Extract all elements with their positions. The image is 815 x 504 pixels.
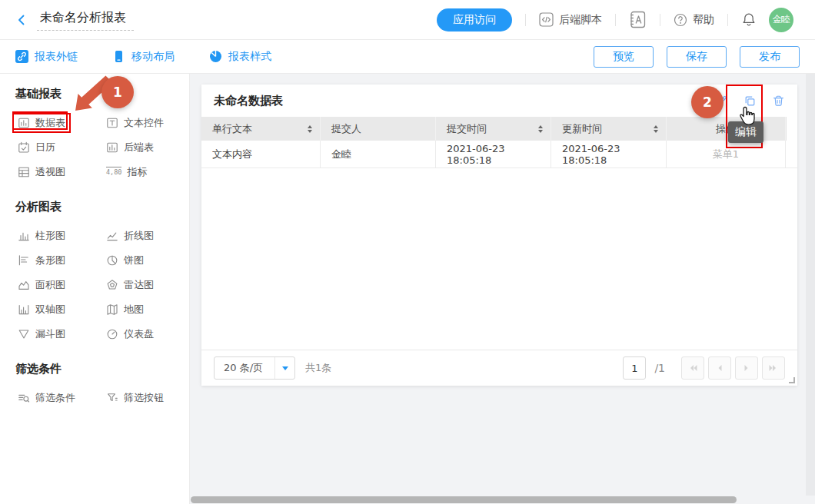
- first-page-button[interactable]: [681, 356, 704, 380]
- last-page-icon: [767, 362, 780, 374]
- toolbar-link-label: 报表样式: [228, 50, 271, 64]
- table-empty-area: [201, 168, 797, 350]
- area-chart-icon: [18, 279, 30, 291]
- last-page-button[interactable]: [762, 356, 785, 380]
- app-access-button[interactable]: 应用访问: [437, 8, 512, 32]
- sidebar-item-label: 地图: [124, 303, 144, 317]
- sidebar-item-label: 后端表: [124, 141, 154, 154]
- pagination-bar: 20 条/页 共1条 1 /1: [201, 350, 797, 386]
- table-row-gutter: [786, 141, 797, 167]
- toolbar-link-style[interactable]: 报表样式: [209, 50, 271, 64]
- sidebar-item-indicator[interactable]: 4,80指标: [104, 165, 149, 179]
- next-page-icon: [740, 362, 753, 374]
- page-total-label: /1: [654, 362, 665, 374]
- table-cell: 2021-06-23 18:05:18: [551, 141, 667, 167]
- sidebar-item-dual-axis[interactable]: 双轴图: [15, 303, 68, 317]
- copy-button[interactable]: [743, 94, 757, 107]
- report-toolbar: 报表外链移动布局报表样式 预览保存发布: [0, 40, 815, 74]
- header-actions: 应用访问 后端脚本 帮助 金睦: [437, 8, 793, 32]
- sort-icon[interactable]: [308, 125, 312, 133]
- sidebar-item-pivot[interactable]: 透视图: [15, 165, 68, 179]
- column-header[interactable]: 更新时间: [551, 117, 667, 141]
- column-header[interactable]: 操作: [667, 117, 786, 141]
- sidebar-item-calendar[interactable]: 日历: [15, 141, 58, 154]
- sidebar-item-gauge[interactable]: 仪表盘: [104, 327, 156, 341]
- sidebar-item-filter-condition[interactable]: 筛选条件: [15, 391, 78, 405]
- resize-handle[interactable]: [789, 377, 795, 383]
- sidebar-item-backend-table[interactable]: 后端表: [104, 141, 156, 154]
- vertical-scrollbar[interactable]: [806, 74, 815, 496]
- sidebar-item-map[interactable]: 地图: [104, 303, 146, 317]
- page-number-input[interactable]: 1: [623, 356, 646, 380]
- avatar[interactable]: 金睦: [769, 8, 793, 32]
- sidebar-item-pie-chart[interactable]: 饼图: [104, 254, 146, 267]
- toolbar-link-mobile[interactable]: 移动布局: [112, 50, 175, 64]
- column-header-label: 单行文本: [212, 122, 252, 136]
- backend-script-button[interactable]: 后端脚本: [539, 13, 602, 27]
- sidebar-item-funnel-chart[interactable]: 漏斗图: [15, 327, 68, 341]
- page-size-select[interactable]: 20 条/页: [214, 356, 295, 380]
- report-designer-page: 未命名分析报表 应用访问 后端脚本 帮助 金睦 报表外链: [0, 0, 815, 504]
- widget-header: 未命名数据表: [201, 85, 797, 117]
- delete-button[interactable]: [772, 94, 785, 107]
- table-header-gutter: [786, 117, 797, 141]
- horizontal-scrollbar[interactable]: [190, 496, 806, 504]
- chevron-down-icon: [274, 357, 294, 379]
- sidebar-item-area-chart[interactable]: 面积图: [15, 278, 68, 292]
- column-header[interactable]: 提交人: [321, 117, 436, 141]
- sidebar-section-title: 基础报表: [15, 87, 189, 101]
- sidebar-item-bar-chart[interactable]: 条形图: [15, 254, 68, 267]
- edit-button[interactable]: [715, 94, 728, 107]
- first-page-icon: [687, 362, 699, 374]
- indicator-icon: 4,80: [106, 166, 121, 178]
- sidebar-item-label: 透视图: [35, 165, 65, 179]
- sidebar-item-text-widget[interactable]: 文本控件: [104, 116, 166, 130]
- publish-button[interactable]: 发布: [740, 46, 800, 68]
- column-header[interactable]: 单行文本: [201, 117, 321, 141]
- pie-chart-icon: [106, 254, 118, 267]
- report-title[interactable]: 未命名分析报表: [37, 8, 134, 31]
- sidebar: 基础报表数据表文本控件日历后端表透视图4,80指标分析图表柱形图折线图条形图饼图…: [0, 74, 190, 504]
- style-icon: [209, 51, 222, 63]
- sidebar-item-label: 筛选按钮: [124, 391, 164, 405]
- back-button[interactable]: [12, 11, 31, 29]
- column-header-label: 操作: [716, 122, 736, 136]
- sidebar-item-filter-button[interactable]: 筛选按钮: [104, 391, 166, 405]
- bar-chart-icon: [18, 254, 30, 267]
- table-cell: 文本内容: [201, 141, 321, 167]
- data-table-widget[interactable]: 未命名数据表 单行文本提交人提交时间更新时间操作 文本内容金睦2021-06-2…: [201, 85, 797, 386]
- translate-button[interactable]: [629, 14, 647, 26]
- notifications-button[interactable]: [741, 14, 757, 26]
- sidebar-item-data-table[interactable]: 数据表: [15, 116, 68, 130]
- mobile-icon: [112, 51, 125, 63]
- save-button[interactable]: 保存: [667, 46, 727, 68]
- prev-page-button[interactable]: [708, 356, 731, 380]
- sidebar-section-items: 数据表文本控件日历后端表透视图4,80指标: [15, 116, 189, 179]
- top-header: 未命名分析报表 应用访问 后端脚本 帮助 金睦: [0, 0, 815, 40]
- column-header[interactable]: 提交时间: [436, 117, 551, 141]
- sort-icon[interactable]: [654, 125, 658, 133]
- sidebar-item-line-chart[interactable]: 折线图: [104, 229, 156, 243]
- table-row[interactable]: 文本内容金睦2021-06-23 18:05:182021-06-23 18:0…: [201, 141, 797, 168]
- page-body: 基础报表数据表文本控件日历后端表透视图4,80指标分析图表柱形图折线图条形图饼图…: [0, 74, 815, 504]
- table-cell: 金睦: [321, 141, 436, 167]
- link-icon: [15, 51, 28, 63]
- filter-condition-icon: [18, 392, 30, 404]
- column-header-label: 提交人: [331, 122, 361, 136]
- scrollbar-thumb[interactable]: [191, 496, 737, 503]
- sidebar-item-label: 条形图: [35, 254, 65, 267]
- data-table-icon: [18, 117, 30, 129]
- sidebar-section-items: 柱形图折线图条形图饼图面积图雷达图双轴图地图漏斗图仪表盘: [15, 229, 189, 341]
- preview-button[interactable]: 预览: [594, 46, 654, 68]
- sort-icon[interactable]: [538, 125, 543, 133]
- sidebar-item-label: 雷达图: [124, 278, 154, 292]
- help-button[interactable]: 帮助: [674, 13, 714, 27]
- sidebar-item-column-chart[interactable]: 柱形图: [15, 229, 68, 243]
- sidebar-item-radar-chart[interactable]: 雷达图: [104, 278, 156, 292]
- pivot-icon: [18, 166, 30, 178]
- toolbar-link-label: 移动布局: [131, 50, 175, 64]
- divider: [615, 14, 616, 26]
- total-count-label: 共1条: [305, 361, 331, 375]
- next-page-button[interactable]: [735, 356, 758, 380]
- toolbar-link-link[interactable]: 报表外链: [15, 50, 78, 64]
